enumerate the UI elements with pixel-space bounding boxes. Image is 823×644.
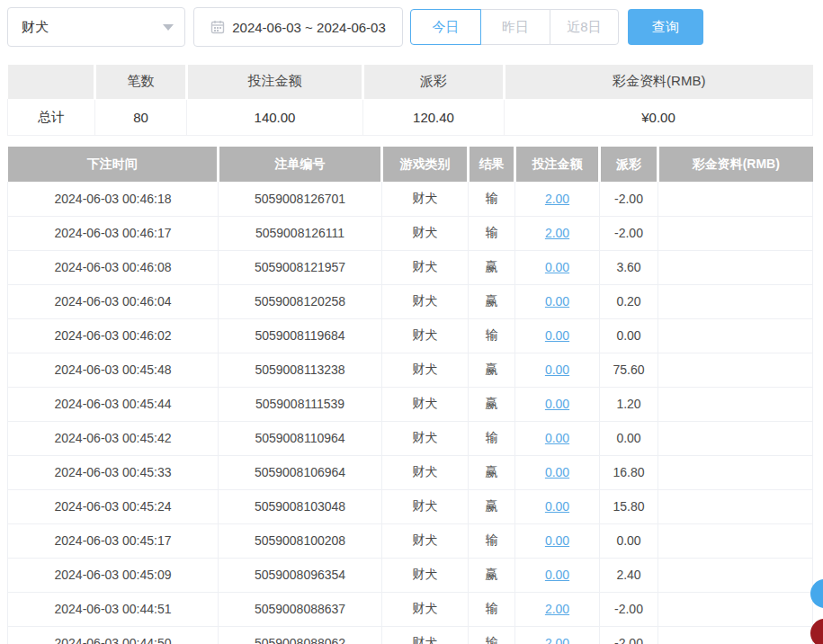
cell-result: 输 [469, 182, 515, 216]
summary-total-bet-amount: 140.00 [187, 99, 363, 135]
bet-amount-link[interactable]: 2.00 [545, 192, 569, 206]
cell-bet-time: 2024-06-03 00:46:18 [8, 182, 219, 216]
game-select-value: 财犬 [22, 19, 163, 36]
game-select[interactable]: 财犬 [7, 7, 185, 47]
cell-bet-amount: 2.00 [515, 216, 600, 250]
cell-result: 赢 [469, 455, 515, 489]
cell-bet-id: 5059008088637 [219, 592, 382, 626]
cell-bet-id: 5059008110964 [219, 421, 382, 455]
cell-bet-id: 5059008103048 [219, 489, 382, 523]
cell-bet-id: 5059008121957 [219, 250, 382, 284]
yesterday-button[interactable]: 昨日 [480, 9, 550, 45]
cell-game-type: 财犬 [382, 250, 469, 284]
cell-bet-time: 2024-06-03 00:45:48 [8, 353, 219, 387]
cell-payout: 16.80 [600, 455, 658, 489]
summary-total-label: 总计 [8, 99, 95, 135]
bets-header-bonus: 彩金资料(RMB) [658, 147, 813, 182]
bet-amount-link[interactable]: 0.00 [545, 397, 569, 411]
cell-game-type: 财犬 [382, 284, 469, 318]
cell-bet-amount: 0.00 [515, 284, 600, 318]
cell-game-type: 财犬 [382, 421, 469, 455]
cell-bet-amount: 0.00 [515, 558, 600, 592]
table-row: 2024-06-03 00:45:48 5059008113238 财犬 赢 0… [8, 353, 813, 387]
cell-bet-amount: 0.00 [515, 250, 600, 284]
bet-amount-link[interactable]: 0.00 [545, 568, 569, 582]
cell-payout: -2.00 [600, 626, 658, 644]
cell-payout: -2.00 [600, 216, 658, 250]
quick-date-button-group: 今日 昨日 近8日 [410, 9, 619, 45]
table-row: 2024-06-03 00:46:08 5059008121957 财犬 赢 0… [8, 250, 813, 284]
cell-bet-time: 2024-06-03 00:45:33 [8, 455, 219, 489]
bets-header-payout: 派彩 [600, 147, 658, 182]
summary-header-payout: 派彩 [363, 65, 505, 99]
table-row: 2024-06-03 00:46:18 5059008126701 财犬 输 2… [8, 182, 813, 216]
cell-game-type: 财犬 [382, 216, 469, 250]
cell-bet-time: 2024-06-03 00:45:44 [8, 387, 219, 421]
cell-result: 输 [469, 421, 515, 455]
cell-game-type: 财犬 [382, 318, 469, 353]
summary-total-bonus: ¥0.00 [505, 99, 813, 135]
bet-amount-link[interactable]: 0.00 [545, 431, 569, 445]
bet-amount-link[interactable]: 0.00 [545, 362, 569, 377]
bet-amount-link[interactable]: 2.00 [545, 602, 569, 616]
bets-header-game-type: 游戏类别 [382, 147, 469, 182]
bet-amount-link[interactable]: 2.00 [545, 636, 569, 644]
cell-bonus [658, 182, 813, 216]
cell-bet-amount: 0.00 [515, 353, 600, 387]
cell-game-type: 财犬 [382, 182, 469, 216]
bets-header-result: 结果 [469, 147, 515, 182]
bet-amount-link[interactable]: 0.00 [545, 499, 569, 514]
summary-header-empty [8, 65, 95, 99]
cell-bet-time: 2024-06-03 00:45:17 [8, 523, 219, 558]
cell-result: 赢 [469, 558, 515, 592]
cell-bet-time: 2024-06-03 00:44:51 [8, 592, 219, 626]
table-row: 2024-06-03 00:46:17 5059008126111 财犬 输 2… [8, 216, 813, 250]
bet-amount-link[interactable]: 0.00 [545, 465, 569, 479]
cell-bet-time: 2024-06-03 00:45:24 [8, 489, 219, 523]
search-button[interactable]: 查询 [628, 9, 703, 45]
cell-bet-amount: 2.00 [515, 626, 600, 644]
bet-amount-link[interactable]: 0.00 [545, 328, 569, 343]
cell-bet-id: 5059008096354 [219, 558, 382, 592]
summary-table: 笔数 投注金额 派彩 彩金资料(RMB) 总计 80 140.00 120.40… [7, 65, 813, 136]
table-row: 2024-06-03 00:45:24 5059008103048 财犬 赢 0… [8, 489, 813, 523]
date-range-input[interactable]: 2024-06-03 ~ 2024-06-03 [193, 7, 403, 47]
cell-bet-id: 5059008100208 [219, 523, 382, 558]
cell-bet-time: 2024-06-03 00:46:02 [8, 318, 219, 353]
cell-payout: 1.20 [600, 387, 658, 421]
cell-bonus [658, 250, 813, 284]
cell-bet-time: 2024-06-03 00:44:50 [8, 626, 219, 644]
bets-header-time: 下注时间 [8, 147, 219, 182]
bet-amount-link[interactable]: 2.00 [545, 226, 569, 240]
cell-game-type: 财犬 [382, 523, 469, 558]
cell-payout: -2.00 [600, 182, 658, 216]
cell-bet-time: 2024-06-03 00:46:04 [8, 284, 219, 318]
cell-bet-id: 5059008120258 [219, 284, 382, 318]
bet-amount-link[interactable]: 0.00 [545, 294, 569, 309]
cell-payout: 0.00 [600, 318, 658, 353]
cell-bet-time: 2024-06-03 00:45:09 [8, 558, 219, 592]
cell-result: 输 [469, 216, 515, 250]
table-row: 2024-06-03 00:45:09 5059008096354 财犬 赢 0… [8, 558, 813, 592]
today-button[interactable]: 今日 [410, 9, 481, 45]
cell-bet-time: 2024-06-03 00:45:42 [8, 421, 219, 455]
summary-total-row: 总计 80 140.00 120.40 ¥0.00 [8, 99, 813, 135]
last-8-days-button[interactable]: 近8日 [550, 9, 619, 45]
cell-bonus [658, 626, 813, 644]
cell-game-type: 财犬 [382, 558, 469, 592]
bet-amount-link[interactable]: 0.00 [545, 533, 569, 548]
bet-amount-link[interactable]: 0.00 [545, 260, 569, 274]
cell-bet-id: 5059008119684 [219, 318, 382, 353]
cell-bet-amount: 0.00 [515, 455, 600, 489]
cell-bonus [658, 558, 813, 592]
cell-result: 输 [469, 626, 515, 644]
cell-bonus [658, 592, 813, 626]
bets-header-bet-amount: 投注金额 [515, 147, 600, 182]
table-row: 2024-06-03 00:46:04 5059008120258 财犬 赢 0… [8, 284, 813, 318]
summary-header-row: 笔数 投注金额 派彩 彩金资料(RMB) [8, 65, 813, 99]
table-row: 2024-06-03 00:44:50 5059008088062 财犬 输 2… [8, 626, 813, 644]
cell-bet-amount: 0.00 [515, 523, 600, 558]
cell-bonus [658, 421, 813, 455]
bets-header-row: 下注时间 注单编号 游戏类别 结果 投注金额 派彩 彩金资料(RMB) [8, 147, 813, 182]
summary-total-count: 80 [95, 99, 187, 135]
